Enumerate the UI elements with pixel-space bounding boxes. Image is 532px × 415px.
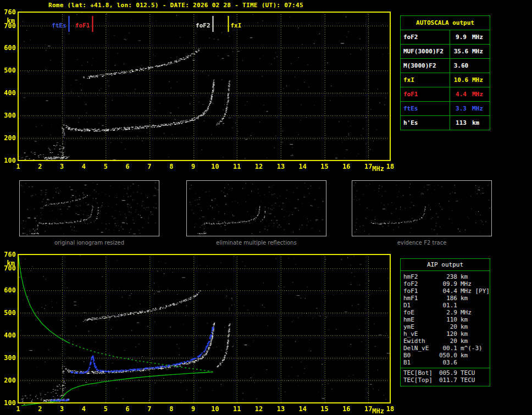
aip-row-unit: km xyxy=(457,330,468,337)
autoscala-row-label: ftEs xyxy=(401,102,450,115)
autoscala-row-value: 10.6 xyxy=(450,73,472,87)
eliminate-reflections-thumbnail-canvas xyxy=(186,180,326,236)
aip-row-label: Ewidth xyxy=(401,337,437,345)
thumbnail-multiple-reflections: eliminate multiple reflections xyxy=(186,180,326,246)
aip-row-unit: km xyxy=(457,273,468,280)
autoscala-row-unit: MHz xyxy=(472,30,487,44)
autoscala-row-value-cell: 3.60 xyxy=(450,59,490,73)
aip-row-unit: km xyxy=(457,295,468,302)
aip-row-value: 20 xyxy=(437,323,457,330)
aip-row: ymE20km xyxy=(401,323,490,330)
thumbnail-caption: evidence F2 trace xyxy=(352,240,492,246)
aip-row: TEC[Top]011.7TECU xyxy=(401,377,490,384)
aip-row-value: 09.9 xyxy=(437,280,457,287)
autoscala-row-value: 113 xyxy=(450,116,472,130)
aip-row-label: hmF1 xyxy=(401,295,437,302)
aip-row: foE2.9MHz xyxy=(401,309,490,316)
aip-row-unit: km xyxy=(457,323,468,330)
aip-row-unit xyxy=(457,302,461,309)
aip-row-value: 050.0 xyxy=(437,352,457,359)
aip-row-unit: MHz xyxy=(457,309,472,316)
aip-row-unit: km xyxy=(457,337,468,345)
autoscala-row-label: fxI xyxy=(401,73,450,87)
aip-output-table: AIP output hmF2238kmfoF209.9MHzfoF104.4M… xyxy=(400,258,490,386)
aip-row-label: B0 xyxy=(401,352,437,359)
ionogram-analysis-screen: Rome (lat: +41.8, lon: 012.5) - DATE: 20… xyxy=(0,0,532,415)
autoscala-row: fxI10.6MHz xyxy=(401,73,490,87)
aip-row: h_vE120km xyxy=(401,330,490,337)
autoscala-row: M(3000)F23.60 xyxy=(401,58,490,73)
aip-row-unit: km xyxy=(457,352,468,359)
aip-row: B0050.0km xyxy=(401,352,490,359)
aip-row-value: 03.6 xyxy=(437,359,457,366)
original-ionogram-thumbnail-canvas xyxy=(19,180,159,236)
aip-row-value: 120 xyxy=(437,330,457,337)
autoscala-row: ftEs3.3MHz xyxy=(401,101,490,115)
aip-row: TEC[Bot]005.9TECU xyxy=(401,369,490,377)
autoscala-row: h'Es113km xyxy=(401,115,490,130)
aip-row-value: 110 xyxy=(437,316,457,323)
aip-row-label: foE xyxy=(401,309,437,316)
autoscala-table-header: AUTOSCALA output xyxy=(401,16,490,30)
aip-row-value: 2.9 xyxy=(437,309,457,316)
aip-row-label: ymE xyxy=(401,323,437,330)
aip-row-value: 00.1 xyxy=(437,345,457,352)
autoscala-row-value-cell: 10.6MHz xyxy=(450,73,490,87)
aip-row: D101.1 xyxy=(401,302,490,309)
autoscala-row: foF29.9MHz xyxy=(401,30,490,44)
aip-row-value: 01.1 xyxy=(437,302,457,309)
aip-table-separator xyxy=(401,368,490,368)
aip-table-header: AIP output xyxy=(401,259,490,271)
aip-row-label: D1 xyxy=(401,302,437,309)
autoscala-table-body: foF29.9MHzMUF(3000)F235.6MHzM(3000)F23.6… xyxy=(401,30,490,130)
aip-row: Ewidth20km xyxy=(401,337,490,345)
autoscala-row: foF14.4MHz xyxy=(401,87,490,101)
aip-row: hmE110km xyxy=(401,316,490,323)
autoscala-output-table: AUTOSCALA output foF29.9MHzMUF(3000)F235… xyxy=(400,15,490,130)
autoscala-row-unit: MHz xyxy=(472,73,487,87)
aip-row: B103.6 xyxy=(401,359,490,366)
autoscala-row-unit: MHz xyxy=(472,45,487,58)
autoscala-row-unit: km xyxy=(472,116,487,130)
thumbnail-caption: eliminate multiple reflections xyxy=(186,240,326,246)
aip-row: foF104.4MHz [PY] xyxy=(401,287,490,295)
autoscala-row-label: MUF(3000)F2 xyxy=(401,45,450,58)
thumbnail-f2-trace: evidence F2 trace xyxy=(352,180,492,246)
autoscala-row-value: 3.60 xyxy=(450,59,472,73)
aip-row-unit xyxy=(457,359,461,366)
autoscala-row-value-cell: 3.3MHz xyxy=(450,102,490,115)
autoscala-row-unit xyxy=(472,59,487,73)
autoscala-row-value: 4.4 xyxy=(450,87,472,101)
aip-row: hmF1186km xyxy=(401,295,490,302)
aip-row-value: 20 xyxy=(437,337,457,345)
aip-table-body: hmF2238kmfoF209.9MHzfoF104.4MHz [PY]hmF1… xyxy=(401,273,490,384)
autoscala-row-label: h'Es xyxy=(401,116,450,130)
aip-row: foF209.9MHz xyxy=(401,280,490,287)
aip-row-label: hmE xyxy=(401,316,437,323)
aip-row-label: foF2 xyxy=(401,280,437,287)
autoscala-row-unit: MHz xyxy=(472,102,487,115)
autoscala-row-value: 35.6 xyxy=(450,45,472,58)
autoscala-row-label: foF1 xyxy=(401,87,450,101)
aip-row-unit: m^(-3) xyxy=(457,345,483,352)
aip-row-unit: MHz xyxy=(457,280,472,287)
aip-row-label: DelN_vE xyxy=(401,345,437,352)
autoscala-row: MUF(3000)F235.6MHz xyxy=(401,44,490,58)
aip-row-label: foF1 xyxy=(401,287,437,295)
aip-row-label: B1 xyxy=(401,359,437,366)
aip-row-unit: MHz [PY] xyxy=(457,287,490,295)
autoscala-row-value: 3.3 xyxy=(450,102,472,115)
aip-row-value: 011.7 xyxy=(437,377,457,384)
aip-row-unit: TECU xyxy=(457,377,475,384)
aip-row-label: TEC[Top] xyxy=(401,377,437,384)
aip-row-value: 04.4 xyxy=(437,287,457,295)
aip-row-value: 005.9 xyxy=(437,369,457,377)
aip-row-unit: TECU xyxy=(457,369,475,377)
evidence-f2-trace-thumbnail-canvas xyxy=(352,180,492,236)
aip-row-value: 238 xyxy=(437,273,457,280)
aip-row-label: hmF2 xyxy=(401,273,437,280)
aip-profile-ionogram-plot xyxy=(0,250,398,415)
autoscala-row-value-cell: 113km xyxy=(450,116,490,130)
autoscala-row-unit: MHz xyxy=(472,87,487,101)
aip-row-label: h_vE xyxy=(401,330,437,337)
